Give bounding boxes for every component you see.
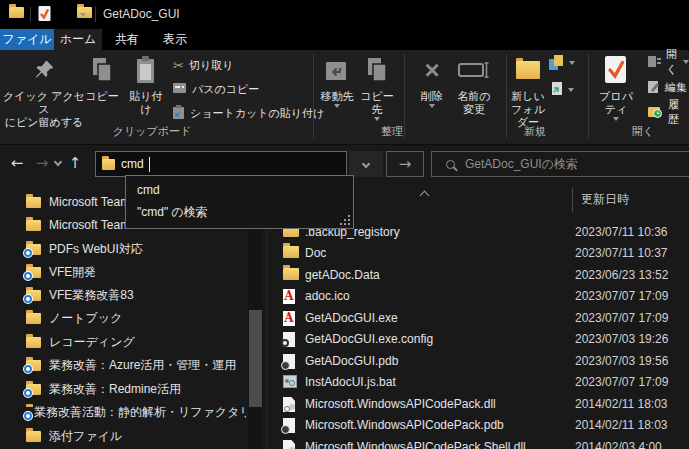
- address-autocomplete-dropdown: cmd "cmd" の検索: [125, 175, 354, 229]
- file-date: 2023/07/11 10:36: [575, 225, 668, 239]
- search-input[interactable]: [465, 157, 665, 171]
- tab-home[interactable]: ホーム: [54, 29, 102, 50]
- shortcut-folder-icon: [26, 244, 41, 255]
- file-row[interactable]: getADoc.Data2023/06/23 13:52: [270, 265, 689, 286]
- file-row[interactable]: Microsoft.WindowsAPICodePack.pdb2014/02/…: [270, 415, 689, 436]
- open-button[interactable]: 開く: [648, 54, 689, 70]
- file-row[interactable]: Aadoc.ico2023/07/07 17:09: [270, 286, 689, 307]
- easy-access-button[interactable]: [551, 82, 574, 98]
- copy-to-icon: [356, 52, 398, 88]
- file-row[interactable]: GetADocGUI.pdb2023/07/03 19:56: [270, 351, 689, 372]
- pin-icon: [2, 52, 86, 88]
- copy-to-button[interactable]: コピー先: [356, 52, 398, 121]
- history-button[interactable]: 履歴: [648, 104, 689, 120]
- autocomplete-item[interactable]: cmd: [126, 179, 353, 201]
- rename-icon: [452, 52, 496, 88]
- new-folder-button[interactable]: 新しい フォルダー: [508, 52, 548, 129]
- recent-locations-chevron[interactable]: [54, 158, 62, 166]
- delete-dropdown-caret: [429, 104, 435, 108]
- shortcut-folder-icon: [26, 360, 41, 371]
- delete-button[interactable]: × 削除: [412, 52, 452, 108]
- file-row[interactable]: Doc2023/07/11 10:37: [270, 243, 689, 264]
- forward-button[interactable]: →: [30, 150, 54, 176]
- properties-dropdown-caret: [613, 117, 619, 121]
- address-dropdown-button[interactable]: [349, 151, 383, 177]
- adoc-letter: A: [283, 311, 295, 326]
- quick-access-properties-button[interactable]: [38, 5, 51, 25]
- resize-grip[interactable]: [340, 215, 350, 225]
- file-name: getADoc.Data: [305, 268, 380, 282]
- back-button[interactable]: ←: [5, 150, 29, 176]
- address-bar[interactable]: [95, 151, 347, 177]
- column-date-modified[interactable]: 更新日時: [581, 191, 629, 208]
- sidebar-item[interactable]: VFE開発: [0, 261, 246, 283]
- config-file-icon: [283, 332, 295, 347]
- new-item-button[interactable]: [549, 55, 575, 71]
- properties-button[interactable]: プロパティ: [594, 52, 638, 121]
- quick-access-toolbar-dropdown[interactable]: [80, 13, 86, 17]
- sidebar-item-label: PDFs WebUI対応: [49, 241, 143, 258]
- file-row[interactable]: Microsoft.WindowsAPICodePack.Shell.dll20…: [270, 437, 689, 449]
- open-label: 開く: [666, 47, 678, 77]
- copy-path-icon: [173, 82, 187, 96]
- group-open: 開く: [583, 124, 689, 139]
- cut-button[interactable]: ✂ 切り取り: [173, 57, 233, 73]
- file-date: 2023/07/07 17:09: [575, 311, 668, 325]
- edit-label: 編集: [665, 80, 687, 95]
- tab-file[interactable]: ファイル: [0, 29, 54, 50]
- sidebar-item[interactable]: 添付ファイル: [0, 425, 246, 447]
- sidebar-item[interactable]: VFE業務改善83: [0, 284, 246, 306]
- rename-button[interactable]: 名前の 変更: [452, 52, 496, 116]
- adoc-file-icon: A: [283, 311, 295, 326]
- group-organize: 整理: [332, 124, 452, 139]
- sort-ascending-icon: [420, 191, 430, 201]
- paste-button[interactable]: 貼り付け: [124, 52, 168, 116]
- address-input[interactable]: [121, 157, 301, 171]
- file-date: 2023/07/03 19:56: [575, 354, 668, 368]
- column-separator[interactable]: [572, 188, 573, 212]
- address-folder-icon: [102, 159, 115, 170]
- sidebar-item[interactable]: レコーディング: [0, 331, 246, 353]
- pin-to-quick-access-button[interactable]: クイック アクセス にピン留めする: [2, 52, 86, 129]
- paste-shortcut-button[interactable]: ショートカットの貼り付け: [173, 105, 324, 121]
- up-button[interactable]: ↑: [63, 150, 87, 176]
- sidebar-item[interactable]: 業務改善：Redmine活用: [0, 378, 246, 400]
- copy-button[interactable]: コピー: [84, 52, 120, 103]
- copy-path-button[interactable]: パスのコピー: [173, 81, 259, 97]
- autocomplete-item[interactable]: "cmd" の検索: [126, 201, 353, 223]
- scissors-icon: ✂: [173, 58, 184, 73]
- window-title: GetADoc_GUI: [103, 7, 180, 21]
- sidebar-item[interactable]: PDFs WebUI対応: [0, 238, 246, 260]
- search-box[interactable]: [431, 151, 689, 177]
- file-date: 2014/02/11 18:03: [575, 397, 668, 411]
- file-row[interactable]: InstAdocUI.js.bat2023/07/07 17:09: [270, 372, 689, 393]
- properties-label: プロパティ: [599, 90, 633, 115]
- edit-button[interactable]: 編集: [648, 79, 687, 95]
- group-new: 新規: [475, 124, 595, 139]
- file-row[interactable]: GetADocGUI.exe.config2023/07/03 19:26: [270, 329, 689, 350]
- scrollbar-thumb[interactable]: [249, 310, 262, 407]
- folder-icon: [26, 220, 41, 231]
- sidebar-item[interactable]: 業務改善活動：静的解析・リファクタリング: [0, 401, 246, 423]
- file-name: Microsoft.WindowsAPICodePack.pdb: [305, 418, 504, 432]
- file-row[interactable]: AGetADocGUI.exe2023/07/07 17:09: [270, 308, 689, 329]
- sidebar-item[interactable]: ノートブック: [0, 307, 246, 329]
- pdb-file-icon: [283, 354, 295, 369]
- group-separator: [313, 54, 314, 138]
- copy-to-dropdown-caret: [374, 117, 380, 121]
- folder-icon: [283, 268, 299, 280]
- sidebar-item-label: Microsoft Team: [49, 195, 130, 209]
- folder-icon: [26, 431, 41, 442]
- bat-file-icon: [283, 375, 297, 388]
- move-to-button[interactable]: 移動先: [318, 52, 356, 108]
- properties-check-icon: [38, 5, 51, 22]
- tab-view[interactable]: 表示: [152, 29, 198, 50]
- go-to-button[interactable]: →: [386, 151, 424, 177]
- window-folder-icon: [9, 7, 24, 18]
- sidebar-item-label: 業務改善活動：静的解析・リファクタリング: [34, 404, 246, 421]
- move-to-dropdown-caret: [334, 104, 340, 108]
- file-name: Doc: [305, 246, 326, 260]
- tab-share[interactable]: 共有: [104, 29, 150, 50]
- file-row[interactable]: Microsoft.WindowsAPICodePack.dll2014/02/…: [270, 394, 689, 415]
- sidebar-item[interactable]: 業務改善：Azure活用・管理・運用: [0, 354, 246, 376]
